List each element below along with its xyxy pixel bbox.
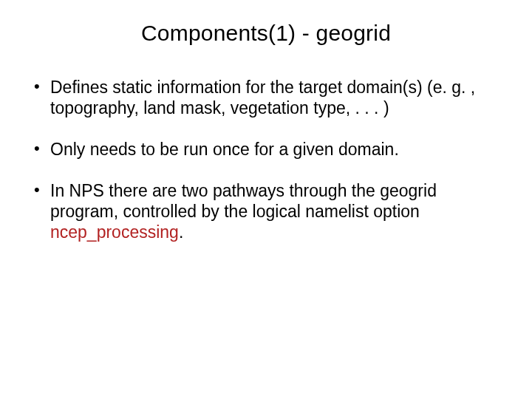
list-item: In NPS there are two pathways through th… bbox=[30, 180, 502, 242]
slide-title: Components(1) - geogrid bbox=[30, 21, 502, 46]
list-item: Defines static information for the targe… bbox=[30, 77, 502, 118]
keyword-ncep-processing: ncep_processing bbox=[50, 222, 179, 242]
bullet-text-prefix: In NPS there are two pathways through th… bbox=[50, 181, 437, 221]
bullet-list: Defines static information for the targe… bbox=[30, 77, 502, 242]
list-item: Only needs to be run once for a given do… bbox=[30, 139, 502, 160]
bullet-text-suffix: . bbox=[179, 222, 183, 242]
bullet-text: Only needs to be run once for a given do… bbox=[50, 140, 399, 159]
bullet-text: Defines static information for the targe… bbox=[50, 78, 475, 117]
slide: Components(1) - geogrid Defines static i… bbox=[0, 0, 532, 399]
